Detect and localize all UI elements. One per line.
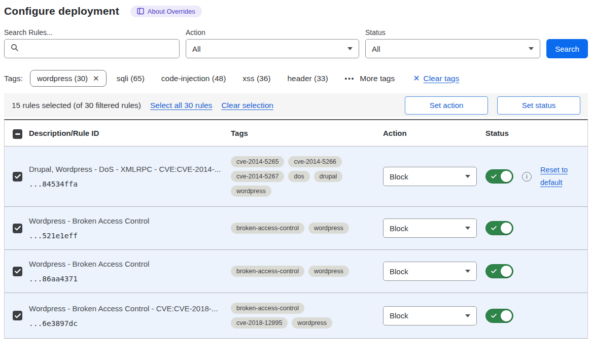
clear-icon: ✕	[413, 74, 420, 83]
rule-tags: broken-access-controlwordpress	[231, 266, 365, 277]
tag-filter-list: sqli (65)code-injection (48)xss (36)head…	[117, 74, 328, 83]
toggle-knob	[501, 266, 512, 277]
chevron-down-icon	[347, 47, 353, 50]
select-all-link[interactable]: Select all 30 rules	[150, 101, 212, 110]
rule-id: ...84534ffa	[29, 180, 231, 188]
tag-filter[interactable]: code-injection (48)	[161, 74, 226, 83]
status-filter-select[interactable]: All	[365, 39, 540, 58]
table-row: Wordpress - Broken Access Control - CVE:…	[5, 293, 587, 339]
clear-selection-link[interactable]: Clear selection	[221, 101, 273, 110]
clear-tags-link[interactable]: ✕ Clear tags	[413, 74, 459, 83]
table-header-row: Description/Rule ID Tags Action Status	[5, 120, 587, 147]
info-icon[interactable]: i	[522, 172, 532, 181]
more-tags-label: More tags	[360, 74, 395, 83]
tag-pill: drupal	[314, 171, 343, 182]
check-icon	[491, 313, 497, 318]
toggle-knob	[501, 310, 512, 321]
row-checkbox[interactable]	[13, 224, 22, 233]
tag-pill: wordpress	[308, 266, 349, 277]
rule-status-toggle[interactable]	[485, 264, 513, 278]
search-icon	[11, 44, 19, 54]
chevron-down-icon	[529, 47, 534, 50]
tag-pill: cve-2014-5267	[231, 171, 284, 182]
search-rules-inputbox	[4, 39, 180, 58]
rule-action-select[interactable]: Block	[383, 219, 477, 238]
status-filter-value: All	[372, 45, 380, 53]
clear-tags-label: Clear tags	[424, 74, 460, 83]
rule-tags: cve-2014-5265cve-2014-5266cve-2014-5267d…	[231, 156, 365, 197]
rule-action-value: Block	[390, 224, 408, 233]
row-checkbox[interactable]	[13, 311, 22, 320]
set-action-button[interactable]: Set action	[405, 96, 488, 115]
tag-pill: broken-access-control	[231, 223, 304, 234]
selection-summary: 15 rules selected (of 30 filtered rules)	[12, 101, 141, 110]
tag-pill: broken-access-control	[231, 266, 304, 277]
action-filter-value: All	[192, 45, 201, 53]
page-title: Configure deployment	[4, 5, 119, 17]
tag-pill: dos	[288, 171, 309, 182]
rule-status-toggle[interactable]	[485, 169, 513, 184]
tag-filter[interactable]: xss (36)	[242, 74, 270, 83]
selected-tag-chip[interactable]: wordpress (30) ✕	[30, 70, 107, 87]
table-row: Drupal, Wordpress - DoS - XMLRPC - CVE:C…	[5, 147, 587, 207]
rule-action-value: Block	[390, 267, 408, 276]
table-body: Drupal, Wordpress - DoS - XMLRPC - CVE:C…	[5, 147, 587, 339]
tag-pill: wordpress	[308, 223, 349, 234]
rule-status-toggle[interactable]	[485, 221, 513, 235]
search-button[interactable]: Search	[546, 39, 588, 58]
column-header-status: Status	[485, 129, 587, 137]
table-row: Wordpress - Broken Access Control ...521…	[5, 207, 587, 250]
rule-action-value: Block	[390, 311, 408, 320]
toggle-knob	[501, 171, 512, 182]
tags-label: Tags:	[4, 74, 23, 83]
search-rules-input[interactable]	[23, 45, 173, 53]
select-all-checkbox[interactable]	[13, 129, 22, 139]
search-rules-label: Search Rules...	[4, 28, 180, 37]
tag-pill: cve-2018-12895	[231, 317, 288, 329]
chevron-down-icon	[465, 175, 470, 178]
tag-pill: wordpress	[231, 186, 271, 197]
row-checkbox[interactable]	[13, 267, 22, 276]
status-filter-label: Status	[365, 28, 540, 37]
tag-filter[interactable]: header (33)	[287, 74, 328, 83]
rule-description: Wordpress - Broken Access Control	[29, 216, 231, 225]
action-filter-label: Action	[186, 28, 359, 37]
rule-status-toggle[interactable]	[485, 309, 513, 323]
rule-action-select[interactable]: Block	[383, 262, 477, 281]
check-icon	[491, 269, 497, 274]
book-icon	[137, 8, 144, 15]
tag-filter[interactable]: sqli (65)	[117, 74, 145, 83]
tag-pill: broken-access-control	[231, 303, 304, 314]
rule-id: ...86aa4371	[29, 275, 231, 283]
rule-action-select[interactable]: Block	[383, 306, 477, 325]
rule-tags: broken-access-controlcve-2018-12895wordp…	[231, 303, 365, 329]
column-header-tags: Tags	[231, 129, 383, 137]
rule-tags: broken-access-controlwordpress	[231, 223, 365, 234]
selection-bar: 15 rules selected (of 30 filtered rules)…	[4, 93, 588, 117]
rule-description: Wordpress - Broken Access Control	[29, 260, 231, 268]
about-overrides-badge[interactable]: About Overrides	[130, 6, 202, 17]
check-icon	[15, 174, 21, 179]
check-icon	[491, 226, 497, 231]
remove-tag-icon[interactable]: ✕	[93, 75, 99, 82]
more-tags-button[interactable]: ••• More tags	[345, 74, 395, 83]
indeterminate-icon	[15, 133, 20, 135]
reset-to-default-link[interactable]: Reset to default	[540, 164, 574, 189]
about-overrides-label: About Overrides	[148, 8, 195, 15]
rule-action-select[interactable]: Block	[383, 167, 477, 186]
check-icon	[15, 226, 21, 231]
column-header-description: Description/Rule ID	[29, 129, 231, 137]
check-icon	[15, 313, 21, 318]
row-checkbox[interactable]	[13, 172, 22, 181]
chevron-down-icon	[465, 270, 470, 273]
rules-table: Description/Rule ID Tags Action Status D…	[4, 119, 588, 339]
set-status-button[interactable]: Set status	[497, 96, 580, 115]
tag-pill: cve-2014-5265	[231, 156, 284, 167]
toggle-knob	[501, 223, 512, 234]
rule-description: Drupal, Wordpress - DoS - XMLRPC - CVE:C…	[29, 165, 231, 173]
column-header-action: Action	[383, 129, 485, 137]
tag-pill: wordpress	[292, 317, 332, 329]
action-filter-select[interactable]: All	[186, 39, 359, 58]
rule-id: ...6e3897dc	[29, 319, 231, 327]
configure-deployment-page: Configure deployment About Overrides Sea…	[0, 0, 592, 339]
